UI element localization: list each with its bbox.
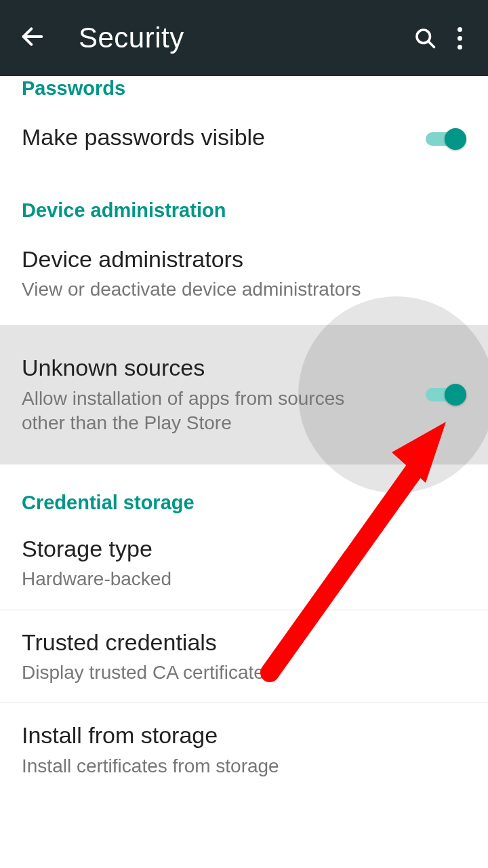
setting-title: Storage type (22, 534, 466, 564)
setting-title: Install from storage (22, 721, 466, 750)
setting-title: Make passwords visible (22, 123, 407, 152)
setting-title: Unknown sources (22, 353, 407, 382)
search-icon[interactable] (405, 18, 445, 58)
setting-subtitle: View or deactivate device administrators (22, 277, 466, 302)
back-icon[interactable] (19, 23, 46, 53)
overflow-menu-icon[interactable] (445, 19, 474, 58)
app-bar: Security (0, 0, 488, 76)
setting-title: Trusted credentials (22, 628, 466, 657)
setting-subtitle: Hardware-backed (22, 567, 466, 591)
setting-storage-type[interactable]: Storage type Hardware-backed (0, 514, 488, 610)
setting-subtitle: Install certificates from storage (22, 754, 466, 778)
setting-make-passwords-visible[interactable]: Make passwords visible (0, 100, 488, 179)
page-title: Security (79, 22, 405, 54)
setting-title: Device administrators (22, 245, 466, 274)
settings-list: Passwords Make passwords visible Device … (0, 76, 488, 868)
section-header-credential-storage: Credential storage (0, 465, 488, 514)
setting-unknown-sources[interactable]: Unknown sources Allow installation of ap… (0, 325, 488, 464)
setting-device-administrators[interactable]: Device administrators View or deactivate… (0, 222, 488, 320)
toggle-unknown-sources[interactable] (426, 382, 466, 407)
section-header-passwords: Passwords (0, 76, 488, 100)
setting-install-from-storage[interactable]: Install from storage Install certificate… (0, 703, 488, 796)
setting-trusted-credentials[interactable]: Trusted credentials Display trusted CA c… (0, 610, 488, 703)
svg-line-2 (428, 41, 434, 47)
section-header-device-administration: Device administration (0, 179, 488, 222)
setting-subtitle: Display trusted CA certificates (22, 660, 466, 685)
toggle-make-passwords-visible[interactable] (426, 127, 466, 151)
setting-subtitle: Allow installation of apps from sources … (22, 387, 374, 436)
